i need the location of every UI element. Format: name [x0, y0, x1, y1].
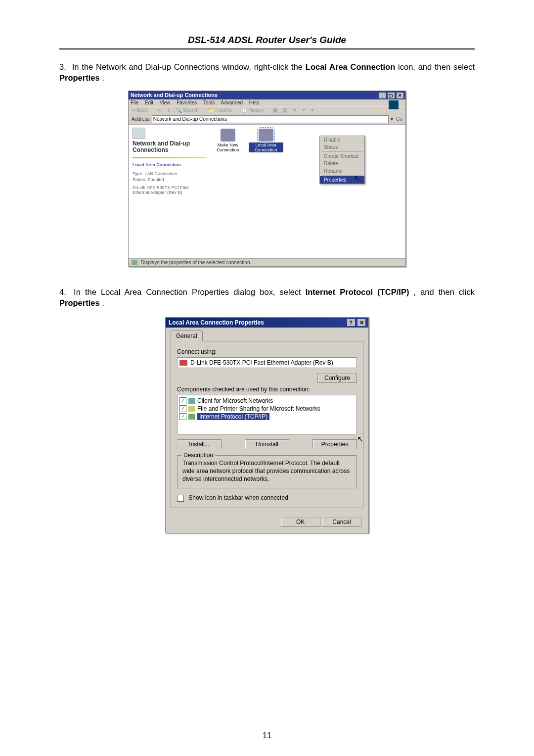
- menu-advanced[interactable]: Advanced: [221, 100, 243, 105]
- step-4-t1: In the Local Area Connection Properties …: [74, 287, 306, 296]
- nic-icon: [179, 360, 187, 366]
- components-label: Components checked are used by this conn…: [177, 386, 357, 393]
- checkbox[interactable]: [179, 397, 186, 404]
- step-4-b2: Properties: [59, 298, 100, 307]
- step-4-t3: .: [102, 298, 104, 307]
- figure-2-wrap: Local Area Connection Properties ? ✕ Gen…: [59, 315, 475, 533]
- misc-tool-2-icon[interactable]: ▤: [283, 107, 287, 113]
- side-device: D-Link DFE-530TX PCI Fast Ethernet Adapt…: [133, 185, 207, 195]
- maximize-icon[interactable]: ▢: [388, 93, 395, 98]
- go-button[interactable]: Go: [396, 116, 402, 122]
- window-titlebar: Network and Dial-up Connections _ ▢ ✕: [129, 91, 405, 99]
- step-3: 3. In the Network and Dial-up Connection…: [59, 61, 475, 84]
- step-3-t1: In the Network and Dial-up Connections w…: [72, 62, 306, 71]
- folder-icon: [133, 128, 145, 139]
- tab-panel: Connect using: D-Link DFE-530TX PCI Fast…: [171, 341, 363, 508]
- component-label-selected: Internet Protocol (TCP/IP): [197, 413, 269, 420]
- status-text: Displays the properties of the selected …: [141, 260, 251, 265]
- history-button[interactable]: 🕓 History: [241, 107, 268, 113]
- ctx-rename[interactable]: Rename: [320, 167, 364, 175]
- configure-button[interactable]: Configure: [317, 373, 357, 383]
- list-item[interactable]: Client for Microsoft Networks: [179, 397, 355, 405]
- make-new-connection-icon[interactable]: Make New Connection: [211, 129, 245, 152]
- minimize-icon[interactable]: _: [379, 93, 386, 98]
- menu-file[interactable]: File: [131, 100, 138, 105]
- menu-view[interactable]: View: [160, 100, 171, 105]
- address-input[interactable]: [152, 115, 389, 123]
- step-3-t2: icon, and then select: [398, 62, 475, 71]
- header-rule: [59, 48, 475, 49]
- address-dropdown-icon[interactable]: ▾: [391, 116, 393, 122]
- side-panel: Network and Dial-up Connections Local Ar…: [129, 125, 211, 258]
- component-buttons: Install... Uninstall Properties: [177, 439, 357, 449]
- menu-favorites[interactable]: Favorites: [177, 100, 197, 105]
- network-connections-window: Network and Dial-up Connections _ ▢ ✕ Fi…: [128, 91, 406, 267]
- menu-bar: File Edit View Favorites Tools Advanced …: [129, 99, 405, 106]
- checkbox[interactable]: [179, 405, 186, 412]
- menu-help[interactable]: Help: [249, 100, 260, 105]
- connection-glyph-icon: [221, 129, 235, 142]
- side-divider: [133, 157, 207, 158]
- misc-tool-5-icon[interactable]: ▾: [311, 107, 313, 113]
- description-legend: Description: [181, 452, 215, 459]
- misc-tool-3-icon[interactable]: ✕: [293, 107, 297, 113]
- figure-1-wrap: Network and Dial-up Connections _ ▢ ✕ Fi…: [59, 91, 475, 267]
- cursor-icon: ↖: [357, 434, 363, 444]
- dialog-bottom-buttons: OK Cancel: [166, 513, 368, 533]
- icon1-caption: Make New Connection: [211, 142, 245, 152]
- misc-tool-4-icon[interactable]: ↶: [302, 107, 306, 113]
- tab-general[interactable]: General: [171, 331, 203, 341]
- forward-button[interactable]: ⇨: [157, 107, 161, 113]
- component-label: Client for Microsoft Networks: [197, 397, 273, 404]
- description-text: Transmission Control Protocol/Internet P…: [182, 460, 352, 483]
- show-icon-checkbox[interactable]: [177, 495, 184, 502]
- local-area-connection-icon[interactable]: Local Area Connection: [249, 129, 283, 152]
- menu-tools[interactable]: Tools: [203, 100, 215, 105]
- page: DSL-514 ADSL Router User's Guide 3. In t…: [0, 0, 534, 756]
- ok-button[interactable]: OK: [281, 517, 320, 527]
- component-icon: [188, 414, 195, 420]
- window-body: Network and Dial-up Connections Local Ar…: [129, 125, 405, 258]
- install-button[interactable]: Install...: [177, 439, 222, 449]
- list-item[interactable]: File and Printer Sharing for Microsoft N…: [179, 405, 355, 413]
- toolbar: ⇦ Back ⇨ ⇧ 🔍 Search 📁 Folders 🕓 History …: [129, 106, 405, 114]
- list-item[interactable]: Internet Protocol (TCP/IP): [179, 413, 355, 421]
- uninstall-button[interactable]: Uninstall: [245, 439, 289, 449]
- description-groupbox: Description Transmission Control Protoco…: [177, 455, 357, 488]
- show-icon-row: Show icon in taskbar when connected: [177, 494, 357, 502]
- step-3-num: 3.: [59, 61, 69, 72]
- dialog-titlebar: Local Area Connection Properties ? ✕: [166, 318, 368, 328]
- lan-properties-dialog: Local Area Connection Properties ? ✕ Gen…: [165, 317, 369, 533]
- close-icon[interactable]: ✕: [397, 93, 403, 98]
- ctx-delete[interactable]: Delete: [320, 160, 364, 167]
- ctx-status[interactable]: Status: [320, 143, 364, 151]
- show-icon-label: Show icon in taskbar when connected: [188, 494, 288, 501]
- checkbox[interactable]: [179, 413, 186, 420]
- side-heading: Network and Dial-up Connections: [133, 141, 207, 153]
- folders-button[interactable]: 📁 Folders: [208, 107, 236, 113]
- page-number: 11: [0, 731, 534, 740]
- components-list[interactable]: Client for Microsoft Networks File and P…: [177, 395, 357, 434]
- menu-edit[interactable]: Edit: [145, 100, 153, 105]
- lan-glyph-icon: [259, 129, 273, 142]
- properties-button[interactable]: Properties: [312, 439, 357, 449]
- help-icon[interactable]: ?: [347, 319, 355, 326]
- step-3-b2: Properties: [59, 73, 100, 82]
- search-button[interactable]: 🔍 Search: [176, 107, 202, 113]
- back-button[interactable]: ⇦ Back: [132, 107, 152, 113]
- step-3-b1: Local Area Connection: [306, 62, 395, 71]
- status-bar: Displays the properties of the selected …: [129, 258, 405, 266]
- doc-title: DSL-514 ADSL Router User's Guide: [59, 35, 475, 48]
- ctx-sep-1: [322, 151, 362, 152]
- icon2-caption: Local Area Connection: [249, 142, 283, 152]
- status-icon: [132, 260, 137, 265]
- dialog-body: General Connect using: D-Link DFE-530TX …: [166, 328, 368, 513]
- ctx-disable[interactable]: Disable: [320, 136, 364, 143]
- side-type: Type: LAN Connection: [133, 171, 207, 176]
- window-title: Network and Dial-up Connections: [131, 92, 218, 98]
- ctx-create-shortcut[interactable]: Create Shortcut: [320, 152, 364, 160]
- up-button[interactable]: ⇧: [167, 107, 171, 113]
- close-icon[interactable]: ✕: [357, 319, 365, 326]
- cancel-button[interactable]: Cancel: [322, 517, 361, 527]
- misc-tool-1-icon[interactable]: ▦: [273, 107, 277, 113]
